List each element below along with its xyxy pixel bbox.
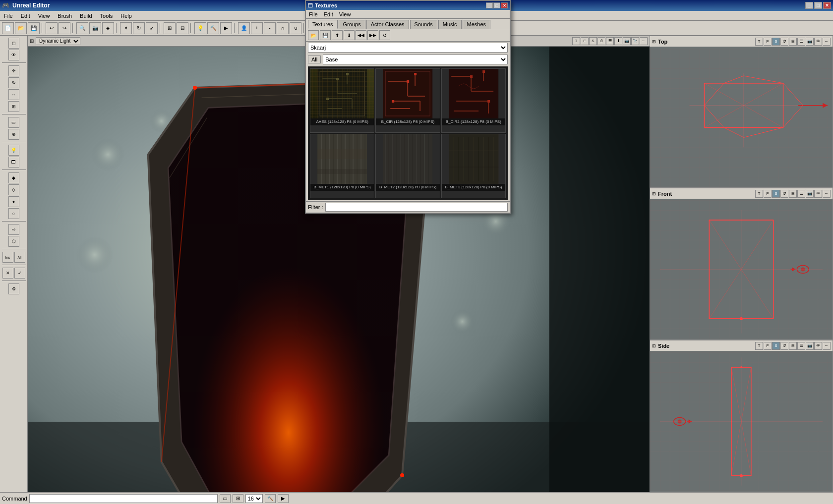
- vp-front-f[interactable]: F: [764, 190, 772, 198]
- lt-settings[interactable]: ⚙: [8, 283, 19, 294]
- texture-item-6[interactable]: B_MET3 (128x128) P8 (0 MIPS): [441, 134, 506, 198]
- viewport-side[interactable]: ⊞ Side T F S ⏱ ⊞ ☰ 📷 👁 ⋯: [650, 340, 833, 492]
- vp-front-cam[interactable]: 📷: [806, 190, 814, 198]
- lt-rotate[interactable]: ↻: [8, 77, 19, 88]
- vp-side-s[interactable]: S: [772, 342, 780, 350]
- menu-brush[interactable]: Brush: [54, 12, 76, 20]
- toolbar-rotate[interactable]: ↻: [133, 22, 145, 34]
- toolbar-camera[interactable]: 📷: [89, 22, 101, 34]
- vp-top-extra[interactable]: ⋯: [823, 38, 831, 46]
- lt-zone[interactable]: ⬡: [8, 236, 19, 247]
- vp3d-f[interactable]: F: [581, 37, 589, 45]
- tb-menu-view[interactable]: View: [336, 11, 354, 18]
- toolbar-undo[interactable]: ↩: [46, 22, 58, 34]
- tb-menu-file[interactable]: File: [306, 11, 321, 18]
- lt-camera[interactable]: 👁: [8, 50, 19, 60]
- viewport-3d-mode-select[interactable]: Dynamic Light Wireframe Solid: [36, 37, 80, 45]
- grid-size-select[interactable]: 16 8 32 64: [245, 494, 263, 503]
- tab-music[interactable]: Music: [438, 20, 462, 29]
- tab-textures[interactable]: Textures: [308, 20, 338, 29]
- vp-side-m1[interactable]: ⊞: [789, 342, 797, 350]
- texture-item-4[interactable]: B_MET1 (128x128) P8 (0 MIPS): [310, 134, 374, 198]
- vp3d-m[interactable]: ☰: [606, 37, 614, 45]
- vp-top-cam[interactable]: 📷: [806, 38, 814, 46]
- tb-icon-import[interactable]: ⬆: [332, 30, 343, 40]
- vp-front-s[interactable]: S: [772, 190, 780, 198]
- vp-front-t[interactable]: T: [755, 190, 763, 198]
- vp-front-rt[interactable]: ⏱: [780, 190, 788, 198]
- toolbar-save[interactable]: 💾: [28, 22, 40, 34]
- filter-input[interactable]: [325, 203, 508, 212]
- vp-side-f[interactable]: F: [764, 342, 772, 350]
- toolbar-redo[interactable]: ↪: [59, 22, 70, 34]
- bb-btn-1[interactable]: ▭: [220, 494, 231, 503]
- vp3d-extra[interactable]: ⋯: [640, 37, 648, 45]
- tb-menu-edit[interactable]: Edit: [321, 11, 336, 18]
- vp3d-t[interactable]: T: [572, 37, 580, 45]
- lt-actor1[interactable]: ◆: [8, 172, 19, 183]
- vp-side-cam[interactable]: 📷: [806, 342, 814, 350]
- vp-front-eye[interactable]: 👁: [814, 190, 822, 198]
- tb-minimize[interactable]: _: [486, 2, 493, 8]
- vp-front-extra[interactable]: ⋯: [823, 190, 831, 198]
- lt-check[interactable]: ✓: [14, 268, 25, 279]
- toolbar-build[interactable]: 🔨: [207, 22, 219, 34]
- vp-front-m2[interactable]: ☰: [797, 190, 805, 198]
- tab-meshes[interactable]: Meshes: [463, 20, 491, 29]
- toolbar-deintersect[interactable]: ∪: [290, 22, 301, 34]
- toolbar-light[interactable]: 💡: [194, 22, 206, 34]
- lt-texture[interactable]: 🗖: [8, 157, 19, 168]
- vp-top-m1[interactable]: ⊞: [789, 38, 797, 46]
- vp-front-m1[interactable]: ⊞: [789, 190, 797, 198]
- texture-browser-content[interactable]: AAES (128x128) P8 (0 MIPS): [308, 66, 508, 200]
- tb-icon-prev2[interactable]: ▶▶: [367, 30, 378, 40]
- lt-snap[interactable]: ⊞: [8, 101, 19, 112]
- filter-all-btn[interactable]: All: [308, 56, 321, 63]
- tb-icon-prev[interactable]: ◀◀: [356, 30, 366, 40]
- toolbar-brush-add[interactable]: +: [251, 22, 263, 34]
- lt-actor4[interactable]: ○: [8, 208, 19, 219]
- vp-side-extra[interactable]: ⋯: [823, 342, 831, 350]
- lt-actor3[interactable]: ●: [8, 196, 19, 207]
- tb-icon-export[interactable]: ⬇: [344, 30, 355, 40]
- tb-icon-open[interactable]: 📂: [308, 30, 319, 40]
- tab-actor-classes[interactable]: Actor Classes: [366, 20, 409, 29]
- toolbar-brush-sub[interactable]: -: [264, 22, 276, 34]
- menu-help[interactable]: Help: [117, 12, 136, 20]
- tab-groups[interactable]: Groups: [339, 20, 365, 29]
- menu-build[interactable]: Build: [76, 12, 96, 20]
- bb-play-btn[interactable]: ▶: [278, 494, 289, 503]
- lt-actor2[interactable]: ◇: [8, 184, 19, 195]
- tab-sounds[interactable]: Sounds: [410, 20, 437, 29]
- bb-btn-2[interactable]: ⊞: [233, 494, 243, 503]
- package-select[interactable]: Skaarj Ancient Base Castle City: [308, 43, 508, 53]
- vp-side-rt[interactable]: ⏱: [780, 342, 788, 350]
- texture-item-5[interactable]: B_MET2 (128x128) P8 (0 MIPS): [375, 134, 440, 198]
- tb-close[interactable]: ✕: [501, 2, 508, 8]
- minimize-button[interactable]: _: [805, 2, 813, 9]
- vp3d-cam2[interactable]: 🔭: [631, 37, 639, 45]
- texture-item-3[interactable]: B_CIR2 (128x128) P8 (0 MIPS): [441, 68, 506, 133]
- texture-item-1[interactable]: AAES (128x128) P8 (0 MIPS): [310, 68, 374, 133]
- vp-top-s[interactable]: S: [772, 38, 780, 46]
- menu-file[interactable]: File: [0, 12, 17, 20]
- lt-path[interactable]: ⇨: [8, 224, 19, 235]
- vp3d-info[interactable]: ℹ: [614, 37, 622, 45]
- tb-icon-save[interactable]: 💾: [320, 30, 331, 40]
- lt-add[interactable]: ⊕: [8, 129, 19, 140]
- vp-side-t[interactable]: T: [755, 342, 763, 350]
- group-select[interactable]: Base All Circuit Metal: [323, 55, 508, 64]
- viewport-front[interactable]: ⊞ Front T F S ⏱ ⊞ ☰ 📷 👁 ⋯: [650, 188, 833, 340]
- toolbar-play[interactable]: ▶: [220, 22, 232, 34]
- lt-light[interactable]: 💡: [8, 145, 19, 156]
- vp-top-t[interactable]: T: [755, 38, 763, 46]
- vp-top-eye[interactable]: 👁: [814, 38, 822, 46]
- vp-side-m2[interactable]: ☰: [797, 342, 805, 350]
- texture-item-2[interactable]: B_CIR (128x128) P8 (0 MIPS): [375, 68, 440, 133]
- tb-icon-refresh[interactable]: ↺: [379, 30, 390, 40]
- vp3d-rt[interactable]: ⏱: [597, 37, 605, 45]
- menu-view[interactable]: View: [34, 12, 54, 20]
- toolbar-search[interactable]: 🔍: [76, 22, 88, 34]
- toolbar-intersect[interactable]: ∩: [277, 22, 289, 34]
- toolbar-actor[interactable]: 👤: [238, 22, 250, 34]
